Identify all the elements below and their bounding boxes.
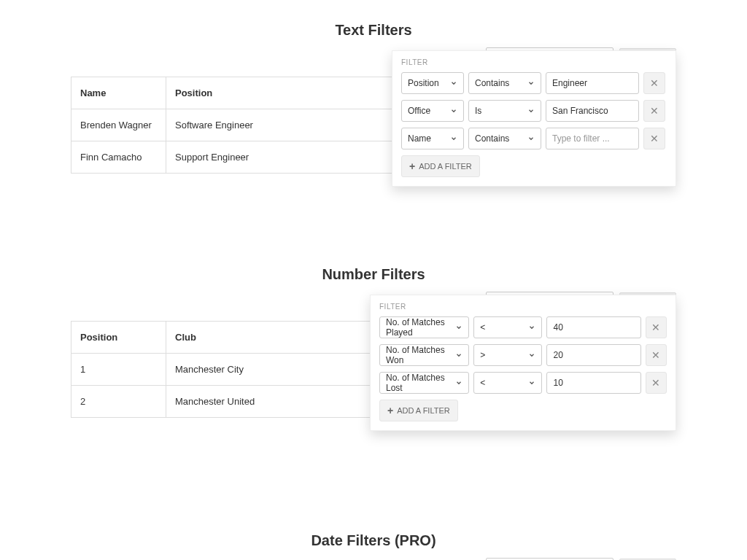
close-icon: ✕ <box>650 105 659 117</box>
filter-value-input[interactable]: Type to filter ... <box>546 128 639 149</box>
filter-row: Name Contains Type to filter ... ✕ <box>401 128 667 149</box>
filter-panel-label: FILTER <box>401 58 667 66</box>
text-filters-block: Type to Search ... FILTER Name Position … <box>71 47 676 244</box>
table-cell: 1 <box>71 354 166 386</box>
remove-filter-button[interactable]: ✕ <box>646 372 667 394</box>
table-header[interactable]: Position <box>71 322 166 354</box>
table-header[interactable]: Name <box>71 77 166 109</box>
filter-field-select[interactable]: Position <box>401 72 464 94</box>
chevron-down-icon <box>528 324 535 331</box>
text-filter-panel: FILTER Position Contains Engineer ✕ Offi… <box>392 50 676 187</box>
chevron-down-icon <box>450 107 457 114</box>
filter-value-input[interactable]: 10 <box>546 372 640 394</box>
close-icon: ✕ <box>651 377 660 389</box>
filter-value-input[interactable]: 40 <box>546 316 640 338</box>
chevron-down-icon <box>528 379 535 386</box>
remove-filter-button[interactable]: ✕ <box>646 344 667 366</box>
add-filter-button[interactable]: + ADD A FILTER <box>401 155 480 177</box>
filter-row: No. of Matches Won > 20 ✕ <box>379 344 667 366</box>
section-title-date: Date Filters (PRO) <box>71 532 676 549</box>
filter-field-select[interactable]: No. of Matches Lost <box>379 372 469 394</box>
filter-operator-select[interactable]: Is <box>468 100 541 122</box>
add-filter-button[interactable]: + ADD A FILTER <box>379 400 458 421</box>
filter-value-input[interactable]: San Francisco <box>546 100 639 122</box>
add-filter-label: ADD A FILTER <box>419 162 472 171</box>
filter-field-select[interactable]: Office <box>401 100 464 122</box>
table-cell: Finn Camacho <box>71 141 166 174</box>
remove-filter-button[interactable]: ✕ <box>643 128 665 149</box>
chevron-down-icon <box>528 351 535 359</box>
chevron-down-icon <box>527 107 535 114</box>
remove-filter-button[interactable]: ✕ <box>643 100 665 122</box>
remove-filter-button[interactable]: ✕ <box>646 316 667 338</box>
chevron-down-icon <box>527 79 535 87</box>
filter-row: Position Contains Engineer ✕ <box>401 72 667 94</box>
table-cell: Brenden Wagner <box>71 109 166 141</box>
filter-field-select[interactable]: No. of Matches Played <box>379 316 469 338</box>
add-filter-label: ADD A FILTER <box>397 406 450 415</box>
filter-row: No. of Matches Lost < 10 ✕ <box>379 372 667 394</box>
chevron-down-icon <box>455 324 462 331</box>
chevron-down-icon <box>455 379 462 386</box>
filter-panel-label: FILTER <box>379 303 667 311</box>
chevron-down-icon <box>455 351 462 359</box>
chevron-down-icon <box>527 135 535 142</box>
plus-icon: + <box>409 161 415 171</box>
filter-value-input[interactable]: 20 <box>546 344 640 366</box>
filter-operator-select[interactable]: Contains <box>468 72 541 94</box>
filter-field-select[interactable]: Name <box>401 128 464 149</box>
close-icon: ✕ <box>651 322 660 333</box>
close-icon: ✕ <box>650 77 659 89</box>
chevron-down-icon <box>450 79 457 87</box>
section-title-text: Text Filters <box>71 22 676 39</box>
close-icon: ✕ <box>651 349 660 361</box>
filter-operator-select[interactable]: Contains <box>468 128 541 149</box>
filter-operator-select[interactable]: > <box>473 344 542 366</box>
number-filters-block: Type to Search ... FILTER Position Club … <box>71 292 676 481</box>
close-icon: ✕ <box>650 133 659 144</box>
table-cell: 2 <box>71 386 166 418</box>
plus-icon: + <box>387 405 393 416</box>
filter-row: No. of Matches Played < 40 ✕ <box>379 316 667 338</box>
filter-operator-select[interactable]: < <box>473 372 542 394</box>
chevron-down-icon <box>450 135 457 142</box>
filter-operator-select[interactable]: < <box>473 316 542 338</box>
section-title-number: Number Filters <box>71 266 676 283</box>
filter-row: Office Is San Francisco ✕ <box>401 100 667 122</box>
remove-filter-button[interactable]: ✕ <box>643 72 665 94</box>
filter-value-input[interactable]: Engineer <box>546 72 639 94</box>
filter-field-select[interactable]: No. of Matches Won <box>379 344 469 366</box>
number-filter-panel: FILTER No. of Matches Played < 40 ✕ No. … <box>370 295 676 431</box>
